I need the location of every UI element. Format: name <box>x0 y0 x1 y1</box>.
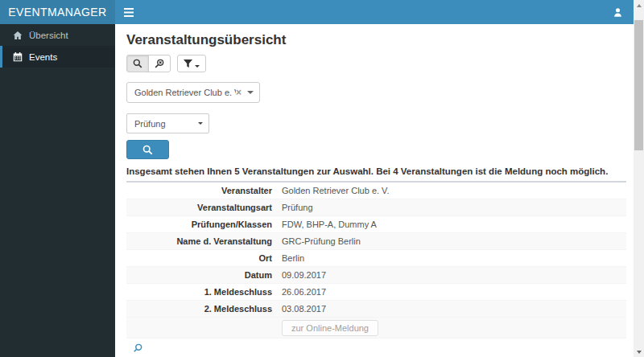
toolbar <box>126 55 626 72</box>
row-label: 1. Meldeschluss <box>126 287 279 297</box>
search-cancel-icon <box>155 59 164 68</box>
user-icon <box>613 7 623 18</box>
chevron-down-icon <box>198 122 203 125</box>
home-icon <box>13 31 23 40</box>
table-row: Prüfungen/Klassen FDW, BHP-A, Dummy A <box>126 216 626 233</box>
clear-search-button[interactable] <box>148 55 171 72</box>
row-value: Berlin <box>279 253 304 263</box>
search-button-group <box>126 55 171 72</box>
filter-icon <box>184 60 200 68</box>
search-submit-button[interactable] <box>126 140 169 159</box>
row-value: 26.06.2017 <box>279 287 326 297</box>
row-label: Veranstalter <box>126 186 279 195</box>
show-search-button[interactable] <box>126 55 149 72</box>
event-detail-button[interactable] <box>131 342 144 355</box>
scroll-down-arrow-icon[interactable] <box>634 347 644 357</box>
row-label: 2. Meldeschluss <box>126 304 279 314</box>
filter-dropdown-button[interactable] <box>177 55 206 72</box>
table-row: Ort Berlin <box>126 250 626 267</box>
sidebar-nav: Übersicht Events <box>0 24 115 357</box>
organizer-select-value: Golden Retriever Club e. V. <box>134 88 236 97</box>
search-icon <box>133 59 142 68</box>
scrollbar-thumb[interactable] <box>634 20 643 150</box>
row-label: Name d. Veranstaltung <box>126 236 279 246</box>
table-row: 2. Meldeschluss 03.08.2017 <box>126 301 626 318</box>
x-icon[interactable]: × <box>236 88 242 97</box>
page-title: Veranstaltungsübersicht <box>126 32 626 47</box>
row-label: Prüfungen/Klassen <box>126 220 279 229</box>
main-content: Veranstaltungsübersicht Golden Retriever… <box>115 24 634 357</box>
top-navbar <box>115 0 634 24</box>
search-icon <box>133 343 142 353</box>
table-row: Veranstaltungsart Prüfung <box>126 199 626 216</box>
table-row: 1. Meldeschluss 26.06.2017 <box>126 284 626 301</box>
chevron-down-icon <box>195 65 200 68</box>
row-value: 09.09.2017 <box>279 270 326 280</box>
table-row: Datum 09.09.2017 <box>126 267 626 284</box>
sidebar-item-events[interactable]: Events <box>0 46 115 68</box>
scroll-up-arrow-icon[interactable] <box>634 0 644 10</box>
row-label: Ort <box>126 253 279 263</box>
chevron-down-icon <box>247 91 254 94</box>
row-label: Veranstaltungsart <box>126 203 279 212</box>
table-row: Name d. Veranstaltung GRC-Prüfung Berlin <box>126 233 626 250</box>
detail-link-row <box>126 339 626 357</box>
user-menu-button[interactable] <box>606 0 629 24</box>
table-row: Veranstalter Golden Retriever Club e. V. <box>126 183 626 199</box>
row-value: GRC-Prüfung Berlin <box>279 236 361 246</box>
sidebar-toggle-button[interactable] <box>115 0 142 24</box>
action-row: zur Online-Meldung <box>126 318 626 339</box>
row-value: Golden Retriever Club e. V. <box>279 186 390 195</box>
hamburger-icon <box>124 8 134 17</box>
row-label: Datum <box>126 270 279 280</box>
sidebar-item-label: Übersicht <box>29 31 68 40</box>
organizer-select[interactable]: Golden Retriever Club e. V. × <box>126 82 260 103</box>
event-table: Veranstalter Golden Retriever Club e. V.… <box>126 181 626 357</box>
online-registration-button[interactable]: zur Online-Meldung <box>282 320 378 336</box>
row-value: Prüfung <box>279 203 313 212</box>
event-table-rows: Veranstalter Golden Retriever Club e. V.… <box>126 183 626 318</box>
event-type-select[interactable]: Prüfung <box>126 113 209 133</box>
row-value: 03.08.2017 <box>279 304 326 314</box>
brand-logo[interactable]: EVENTMANAGER <box>0 0 115 24</box>
page-scrollbar[interactable] <box>634 0 644 357</box>
search-icon <box>142 145 153 155</box>
calendar-icon <box>13 52 23 62</box>
event-type-select-value: Prüfung <box>134 119 198 129</box>
row-value: FDW, BHP-A, Dummy A <box>279 220 377 229</box>
sidebar-item-label: Events <box>29 52 57 62</box>
results-summary: Insgesamt stehen Ihnen 5 Veranstaltungen… <box>126 166 626 176</box>
sidebar-item-uebersicht[interactable]: Übersicht <box>0 24 115 46</box>
